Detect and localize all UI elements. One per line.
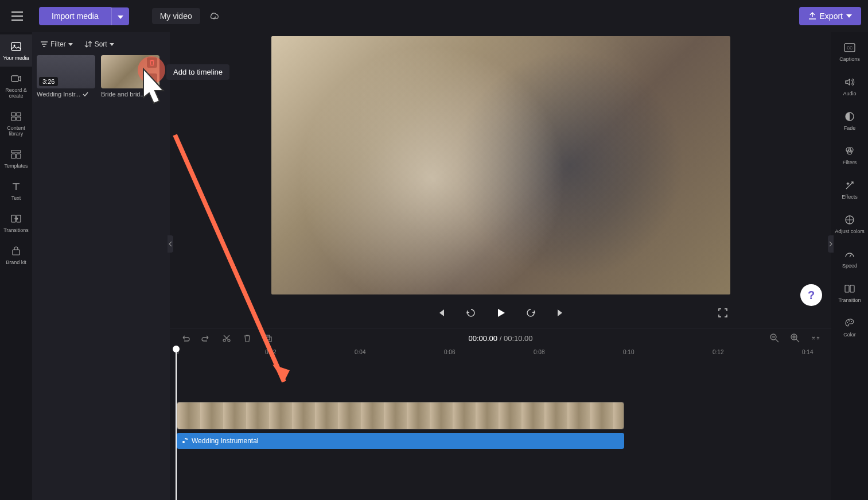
hamburger-menu[interactable]: [7, 6, 28, 26]
transitions-icon: [10, 212, 22, 225]
rail-label: Transitions: [3, 227, 29, 233]
rewind-button[interactable]: [463, 305, 479, 321]
timeline-ruler[interactable]: 00:020:040:060:080:100:120:14: [176, 348, 831, 362]
rail-text[interactable]: Text: [0, 175, 32, 207]
brand-icon: [10, 245, 22, 257]
svg-rect-3: [11, 113, 15, 116]
svg-rect-5: [11, 117, 15, 121]
rail-record-create[interactable]: Record & create: [0, 67, 32, 104]
templates-icon: [10, 148, 22, 161]
right-rail-label: Captions: [839, 56, 860, 62]
play-button[interactable]: [493, 305, 509, 321]
rail-label: Content library: [0, 125, 32, 137]
speed-icon: [843, 248, 856, 261]
skip-back-button[interactable]: [433, 305, 449, 321]
svg-rect-2: [11, 76, 18, 82]
right-rail-label: Filters: [843, 160, 857, 165]
rail-templates[interactable]: Templates: [0, 142, 32, 175]
right-rail-label: Fade: [844, 125, 856, 131]
filter-button[interactable]: Filter: [40, 40, 73, 48]
right-filters[interactable]: Filters: [831, 138, 868, 172]
transition-icon: [843, 282, 856, 295]
media-icon: [10, 40, 22, 53]
right-adjust-colors[interactable]: Adjust colors: [831, 207, 868, 241]
svg-rect-0: [11, 42, 21, 51]
svg-point-31: [851, 321, 852, 322]
zoom-out-button[interactable]: [768, 332, 781, 344]
svg-rect-6: [17, 117, 21, 121]
ruler-tick: 0:14: [802, 349, 813, 355]
video-clip[interactable]: [177, 402, 624, 429]
svg-point-30: [848, 320, 850, 321]
audio-clip[interactable]: Wedding Instrumental: [177, 433, 624, 449]
forward-button[interactable]: [523, 305, 539, 321]
playhead[interactable]: [176, 350, 177, 500]
collapse-right-panel[interactable]: [828, 235, 834, 253]
right-captions[interactable]: CC Captions: [831, 34, 868, 69]
svg-rect-16: [265, 335, 270, 340]
ruler-tick: 0:12: [713, 349, 723, 355]
ruler-tick: 0:02: [265, 349, 276, 355]
ruler-tick: 0:08: [534, 349, 544, 355]
right-rail-label: Adjust colors: [835, 228, 865, 234]
split-button[interactable]: [220, 332, 233, 344]
filter-icon: [40, 41, 48, 48]
help-button[interactable]: ?: [800, 284, 822, 306]
export-button[interactable]: Export: [799, 7, 861, 25]
fade-icon: [843, 110, 856, 123]
rail-label: Text: [11, 195, 21, 201]
sort-button[interactable]: Sort: [84, 40, 114, 48]
right-transition[interactable]: Transition: [831, 276, 868, 310]
right-rail-label: Color: [843, 332, 856, 338]
tooltip-add-timeline: Add to timeline: [166, 64, 229, 80]
right-rail-label: Audio: [843, 91, 856, 96]
fit-timeline-button[interactable]: [809, 332, 822, 344]
right-fade[interactable]: Fade: [831, 103, 868, 138]
video-track[interactable]: Wedding Instrumental: [176, 402, 831, 432]
zoom-in-button[interactable]: [789, 332, 801, 344]
right-speed[interactable]: Speed: [831, 241, 868, 276]
save-status-icon: [207, 9, 221, 23]
right-audio[interactable]: Audio: [831, 69, 868, 103]
skip-forward-button[interactable]: [552, 305, 569, 321]
media-item-audio[interactable]: 3:26 Wedding Instr...: [37, 55, 95, 98]
svg-rect-8: [11, 154, 15, 158]
color-icon: [843, 317, 856, 330]
delete-clip-button[interactable]: [241, 332, 254, 344]
effects-icon: [843, 179, 856, 192]
media-label: Bride and brid...: [101, 91, 159, 98]
rail-transitions[interactable]: Transitions: [0, 207, 32, 239]
record-icon: [10, 72, 22, 85]
fullscreen-button[interactable]: [715, 305, 731, 321]
project-title-input[interactable]: My video: [152, 8, 200, 24]
timecode-display: 00:00.00 / 00:10.00: [468, 334, 532, 343]
rail-label: Record & create: [0, 87, 32, 99]
text-icon: [10, 180, 22, 193]
rail-label: Your media: [3, 55, 29, 61]
svg-point-1: [14, 45, 15, 46]
collapse-left-panel[interactable]: [168, 235, 173, 253]
audio-clip-label: Wedding Instrumental: [192, 437, 259, 445]
video-preview-frame[interactable]: [271, 36, 730, 294]
audio-icon: [843, 76, 856, 88]
svg-rect-28: [850, 285, 854, 292]
duplicate-button[interactable]: [262, 332, 274, 344]
svg-point-29: [847, 322, 848, 323]
ruler-tick: 0:04: [355, 349, 365, 355]
rail-label: Templates: [4, 163, 28, 169]
rail-content-library[interactable]: Content library: [0, 104, 32, 142]
rail-your-media[interactable]: Your media: [0, 34, 32, 67]
import-media-dropdown[interactable]: [111, 7, 129, 25]
redo-button[interactable]: [200, 332, 212, 344]
adjust-icon: [843, 214, 856, 226]
right-color[interactable]: Color: [831, 310, 868, 344]
library-icon: [10, 110, 22, 123]
import-media-button[interactable]: Import media: [39, 7, 111, 25]
captions-icon: CC: [843, 41, 856, 54]
svg-rect-17: [267, 337, 271, 342]
undo-button[interactable]: [179, 332, 192, 344]
music-note-icon: [181, 437, 188, 444]
right-rail-label: Effects: [842, 194, 857, 200]
right-effects[interactable]: Effects: [831, 172, 868, 207]
rail-brand-kit[interactable]: Brand kit: [0, 239, 32, 271]
